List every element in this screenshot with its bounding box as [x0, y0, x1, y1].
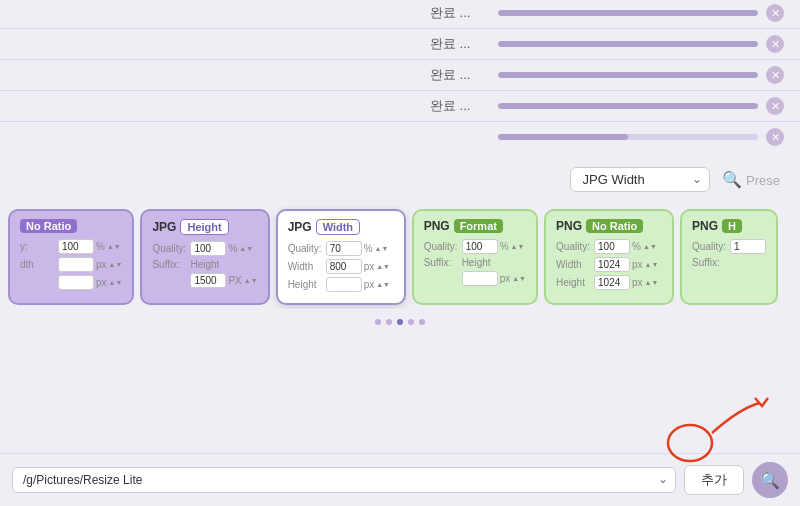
dot-3[interactable]: [397, 319, 403, 325]
card-jpg-height-quality-input[interactable]: [190, 241, 226, 256]
card-jpg-width-width-input[interactable]: [326, 259, 362, 274]
search-circle-button[interactable]: 🔍: [752, 462, 788, 498]
progress-bar-5: [498, 134, 758, 140]
card-jpg-width-format: JPG: [288, 220, 312, 234]
progress-bar-2: [498, 41, 758, 47]
card-jpg-height-badge: Height: [180, 219, 228, 235]
card-jpg-width-quality: Quality: % ▲▼: [288, 241, 394, 256]
card-no-ratio[interactable]: No Ratio y: % ▲▼ dth px ▲▼ px ▲▼: [8, 209, 134, 305]
card-png-no-ratio[interactable]: PNG No Ratio Quality: % ▲▼ Width px ▲▼ H…: [544, 209, 674, 305]
cards-scroll: No Ratio y: % ▲▼ dth px ▲▼ px ▲▼: [0, 205, 800, 309]
progress-label-4: 완료 ...: [430, 97, 490, 115]
toolbar: JPG Width PNG Format JPG Height 🔍 Prese: [0, 158, 800, 201]
card-no-ratio-width-input[interactable]: [58, 257, 94, 272]
card-png-partial-badge: H: [722, 219, 742, 233]
card-jpg-width-header: JPG Width: [288, 219, 394, 235]
progress-section: 완료 ... ✕ 완료 ... ✕ 완료 ... ✕ 완료 ... ✕ ✕: [0, 0, 800, 158]
card-png-format-label: PNG: [424, 219, 450, 233]
card-no-ratio-field-3: px ▲▼: [20, 275, 122, 290]
card-png-no-ratio-format: PNG: [556, 219, 582, 233]
card-no-ratio-field-2: dth px ▲▼: [20, 257, 122, 272]
carousel-dots: [0, 313, 800, 331]
card-jpg-width-height: Height px ▲▼: [288, 277, 394, 292]
card-png-no-ratio-height: Height px ▲▼: [556, 275, 662, 290]
close-btn-2[interactable]: ✕: [766, 35, 784, 53]
progress-bar-3: [498, 72, 758, 78]
preset-dropdown-wrapper[interactable]: JPG Width PNG Format JPG Height: [570, 167, 710, 192]
dot-4[interactable]: [408, 319, 414, 325]
card-jpg-height[interactable]: JPG Height Quality: % ▲▼ Suffix: Height …: [140, 209, 269, 305]
progress-row-3: 완료 ... ✕: [0, 62, 800, 88]
card-jpg-height-height: PX ▲▼: [152, 273, 257, 288]
close-btn-4[interactable]: ✕: [766, 97, 784, 115]
progress-fill-3: [498, 72, 758, 78]
card-png-partial-header: PNG H: [692, 219, 766, 233]
card-png-no-ratio-width-input[interactable]: [594, 257, 630, 272]
progress-label-3: 완료 ...: [430, 66, 490, 84]
card-png-partial-quality: Quality:: [692, 239, 766, 254]
search-circle-icon: 🔍: [760, 471, 780, 490]
path-dropdown[interactable]: /g/Pictures/Resize Lite: [12, 467, 676, 493]
card-png-no-ratio-width: Width px ▲▼: [556, 257, 662, 272]
toolbar-search-button[interactable]: 🔍 Prese: [718, 166, 784, 193]
card-jpg-height-height-input[interactable]: [190, 273, 226, 288]
card-jpg-height-header: JPG Height: [152, 219, 257, 235]
card-png-format-height: px ▲▼: [424, 271, 526, 286]
bottom-bar: /g/Pictures/Resize Lite 추가 🔍: [0, 453, 800, 506]
card-jpg-width-width: Width px ▲▼: [288, 259, 394, 274]
progress-fill-1: [498, 10, 758, 16]
close-btn-3[interactable]: ✕: [766, 66, 784, 84]
card-no-ratio-height-input[interactable]: [58, 275, 94, 290]
progress-bar-1: [498, 10, 758, 16]
progress-row-2: 완료 ... ✕: [0, 31, 800, 57]
card-png-format-badge: Format: [454, 219, 503, 233]
card-png-partial-quality-input[interactable]: [730, 239, 766, 254]
dot-2[interactable]: [386, 319, 392, 325]
search-placeholder-text: Prese: [746, 173, 780, 188]
card-no-ratio-quality-input[interactable]: [58, 239, 94, 254]
card-png-no-ratio-height-input[interactable]: [594, 275, 630, 290]
dot-5[interactable]: [419, 319, 425, 325]
close-btn-5[interactable]: ✕: [766, 128, 784, 146]
progress-bar-4: [498, 103, 758, 109]
card-png-format-height-input[interactable]: [462, 271, 498, 286]
close-btn-1[interactable]: ✕: [766, 4, 784, 22]
progress-row-1: 완료 ... ✕: [0, 0, 800, 26]
card-no-ratio-field-1: y: % ▲▼: [20, 239, 122, 254]
progress-label-2: 완료 ...: [430, 35, 490, 53]
dot-1[interactable]: [375, 319, 381, 325]
card-png-format-quality: Quality: % ▲▼: [424, 239, 526, 254]
search-icon: 🔍: [722, 171, 742, 188]
preset-dropdown[interactable]: JPG Width PNG Format JPG Height: [570, 167, 710, 192]
card-png-no-ratio-badge: No Ratio: [586, 219, 643, 233]
progress-label-1: 완료 ...: [430, 4, 490, 22]
progress-row-4: 완료 ... ✕: [0, 93, 800, 119]
card-png-partial-suffix: Suffix:: [692, 257, 766, 268]
card-jpg-width[interactable]: JPG Width Quality: % ▲▼ Width px ▲▼ Heig…: [276, 209, 406, 305]
card-png-partial[interactable]: PNG H Quality: Suffix:: [680, 209, 778, 305]
cards-container: No Ratio y: % ▲▼ dth px ▲▼ px ▲▼: [0, 201, 800, 313]
card-no-ratio-badge: No Ratio: [20, 219, 77, 233]
card-jpg-width-height-input[interactable]: [326, 277, 362, 292]
card-png-no-ratio-quality: Quality: % ▲▼: [556, 239, 662, 254]
card-jpg-width-badge: Width: [316, 219, 360, 235]
progress-fill-5: [498, 134, 628, 140]
progress-fill-4: [498, 103, 758, 109]
card-png-partial-format: PNG: [692, 219, 718, 233]
card-png-format-suffix: Suffix: Height: [424, 257, 526, 268]
card-png-no-ratio-quality-input[interactable]: [594, 239, 630, 254]
card-no-ratio-header: No Ratio: [20, 219, 122, 233]
card-png-format[interactable]: PNG Format Quality: % ▲▼ Suffix: Height …: [412, 209, 538, 305]
card-jpg-height-format: JPG: [152, 220, 176, 234]
progress-fill-2: [498, 41, 758, 47]
card-png-no-ratio-header: PNG No Ratio: [556, 219, 662, 233]
card-png-format-header: PNG Format: [424, 219, 526, 233]
card-jpg-width-quality-input[interactable]: [326, 241, 362, 256]
card-png-format-quality-input[interactable]: [462, 239, 498, 254]
add-button[interactable]: 추가: [684, 465, 744, 495]
card-jpg-height-suffix: Suffix: Height: [152, 259, 257, 270]
path-dropdown-wrapper[interactable]: /g/Pictures/Resize Lite: [12, 467, 676, 493]
card-jpg-height-quality: Quality: % ▲▼: [152, 241, 257, 256]
